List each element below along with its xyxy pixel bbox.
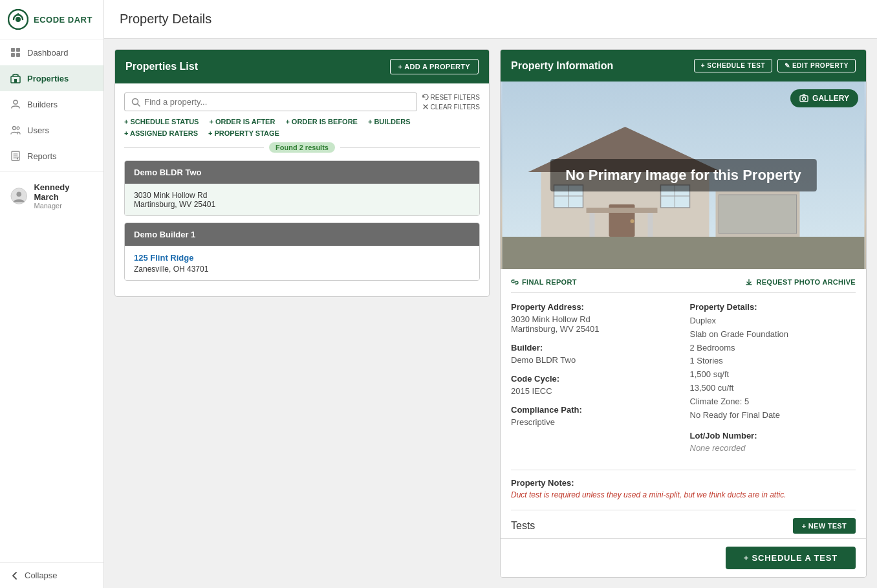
info-links-row: FINAL REPORT REQUEST PHOTO ARCHIVE [511, 278, 856, 293]
search-icon [131, 98, 140, 107]
add-property-button[interactable]: + ADD A PROPERTY [390, 59, 479, 74]
filter-order-before[interactable]: + ORDER IS BEFORE [285, 118, 358, 125]
property-address-line2: Martinsburg, WV 25401 [511, 324, 677, 334]
info-header-buttons: + SCHEDULE TEST ✎ EDIT PROPERTY [694, 59, 856, 72]
reset-filters-button[interactable]: RESET FILTERS [422, 93, 481, 102]
svg-point-20 [631, 219, 634, 223]
content-area: Properties List + ADD A PROPERTY [104, 39, 877, 588]
filter-property-stage[interactable]: + PROPERTY STAGE [208, 129, 279, 137]
builders-icon [10, 99, 21, 109]
compliance-path-value: Prescriptive [511, 417, 677, 427]
filter-schedule-status[interactable]: + SCHEDULE STATUS [124, 118, 199, 125]
property-details-label: Property Details: [690, 302, 856, 312]
lot-job-value: None recorded [690, 443, 856, 453]
info-panel: Property Information + SCHEDULE TEST ✎ E… [500, 49, 867, 578]
logo-area: ECODE DART [0, 0, 103, 39]
properties-panel: Properties List + ADD A PROPERTY [114, 49, 490, 578]
new-test-button[interactable]: + NEW TEST [793, 518, 856, 534]
search-input[interactable] [144, 97, 410, 107]
property-address-1: 3030 Mink Hollow Rd [134, 191, 470, 200]
tests-header-row: Tests + NEW TEST [511, 518, 856, 534]
user-section[interactable]: Kennedy March Manager [0, 175, 103, 217]
reports-icon [10, 151, 21, 161]
notes-section: Property Notes: Duct test is required un… [511, 478, 856, 499]
svg-point-13 [16, 191, 21, 197]
gallery-label: GALLERY [812, 94, 849, 103]
sidebar-item-dashboard[interactable]: Dashboard [0, 39, 103, 65]
sidebar-item-properties[interactable]: Properties [0, 65, 103, 91]
results-bar: Found 2 results [124, 142, 480, 153]
svg-rect-30 [648, 211, 653, 237]
info-body: FINAL REPORT REQUEST PHOTO ARCHIVE [501, 269, 866, 538]
sidebar-item-users[interactable]: Users [0, 117, 103, 143]
property-item-1[interactable]: 3030 Mink Hollow Rd Martinsburg, WV 2540… [125, 184, 479, 215]
svg-rect-4 [11, 53, 15, 57]
filter-order-after[interactable]: + ORDER IS AFTER [209, 118, 275, 125]
bedrooms: 2 Bedrooms [690, 342, 856, 355]
link-icon [511, 278, 519, 286]
property-item-2[interactable]: 125 Flint Ridge Zanesville, OH 43701 [125, 246, 479, 280]
schedule-test-button[interactable]: + SCHEDULE TEST [694, 59, 772, 72]
svg-rect-29 [590, 211, 595, 237]
cuft: 13,500 cu/ft [690, 382, 856, 395]
info-grid: Property Address: 3030 Mink Hollow Rd Ma… [511, 302, 856, 462]
search-input-wrap[interactable] [124, 93, 417, 111]
logo-icon [8, 9, 28, 30]
users-label: Users [27, 125, 49, 135]
sidebar: ECODE DART Dashboard Properties Builders [0, 0, 104, 588]
svg-point-8 [14, 100, 17, 104]
page-header: Property Details [104, 0, 877, 39]
results-line-right [340, 147, 480, 148]
stories: 1 Stories [690, 354, 856, 368]
properties-list-title: Properties List [125, 61, 198, 72]
notes-label: Property Notes: [511, 478, 856, 488]
collapse-button[interactable]: Collapse [0, 562, 103, 588]
download-icon [745, 278, 753, 286]
lot-job-section: Lot/Job Number: None recorded [690, 431, 856, 453]
lot-job-label: Lot/Job Number: [690, 431, 856, 441]
tests-section: Tests + NEW TEST No tests found for this… [511, 518, 856, 538]
no-image-overlay: No Primary Image for this Property [550, 159, 816, 191]
foundation: Slab on Grade Foundation [690, 328, 856, 342]
property-builder-name-2: 125 Flint Ridge [134, 253, 470, 263]
properties-list-header: Properties List + ADD A PROPERTY [115, 50, 489, 83]
user-avatar-icon [10, 187, 27, 205]
properties-list-body: RESET FILTERS CLEAR FILTERS [115, 83, 489, 296]
info-right-col: Property Details: Duplex Slab on Grade F… [690, 302, 856, 462]
property-address-label: Property Address: [511, 302, 677, 312]
users-icon [10, 125, 21, 135]
builder-label: Builder: [511, 343, 677, 353]
svg-rect-7 [14, 79, 17, 83]
prop-group-header-1: Demo BLDR Two [125, 161, 479, 184]
property-city-2: Zanesville, OH 43701 [134, 265, 470, 274]
results-badge: Found 2 results [269, 142, 335, 153]
sidebar-item-reports[interactable]: Reports [0, 143, 103, 169]
sidebar-item-builders[interactable]: Builders [0, 91, 103, 117]
user-role: Manager [34, 202, 93, 210]
clear-filters-button[interactable]: CLEAR FILTERS [422, 103, 481, 111]
final-report-link[interactable]: FINAL REPORT [511, 278, 577, 286]
nav-divider [0, 171, 103, 172]
properties-icon [10, 73, 21, 83]
search-row: RESET FILTERS CLEAR FILTERS [124, 93, 480, 111]
properties-label: Properties [27, 74, 69, 83]
dashboard-label: Dashboard [27, 48, 69, 58]
code-cycle-section: Code Cycle: 2015 IECC [511, 374, 677, 396]
svg-point-10 [17, 127, 19, 129]
clear-icon [422, 103, 429, 110]
gallery-button[interactable]: GALLERY [790, 89, 858, 107]
dashboard-icon [10, 47, 21, 58]
reset-icon [422, 94, 429, 100]
schedule-test-bottom-button[interactable]: + SCHEDULE A TEST [726, 547, 856, 569]
filter-builders[interactable]: + BUILDERS [368, 118, 411, 125]
filter-tags: + SCHEDULE STATUS + ORDER IS AFTER + ORD… [124, 118, 480, 137]
edit-property-button[interactable]: ✎ EDIT PROPERTY [777, 59, 856, 72]
builder-value: Demo BLDR Two [511, 355, 677, 365]
filter-assigned-raters[interactable]: + ASSIGNED RATERS [124, 129, 198, 137]
svg-rect-28 [719, 195, 797, 234]
info-header-title: Property Information [511, 60, 613, 72]
tests-divider [511, 510, 856, 510]
request-photo-archive-link[interactable]: REQUEST PHOTO ARCHIVE [745, 278, 856, 286]
sqft: 1,500 sq/ft [690, 368, 856, 382]
property-city-1: Martinsburg, WV 25401 [134, 200, 470, 209]
